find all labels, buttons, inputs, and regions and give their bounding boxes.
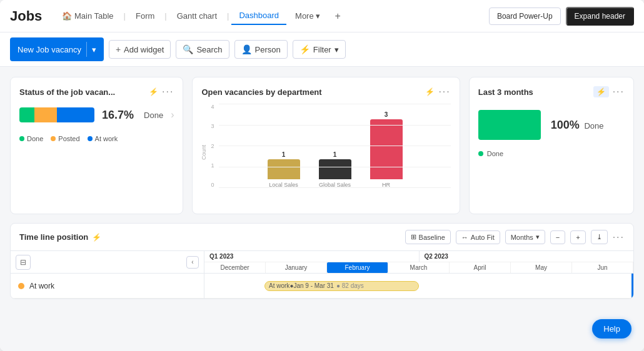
months-done-label: Done (584, 121, 603, 131)
q1-label: Q1 2023 (204, 251, 420, 262)
last3months-widget: Last 3 months ⚡ ··· 100% Done Done (469, 77, 634, 214)
month-february[interactable]: February (327, 262, 388, 273)
timeline-more-icon[interactable]: ··· (613, 232, 625, 243)
month-march[interactable]: March (388, 262, 450, 273)
baseline-icon: ⊞ (411, 233, 416, 241)
zoom-out-button[interactable]: − (550, 230, 565, 244)
expand-header-button[interactable]: Expand header (566, 7, 634, 26)
status-percent: 16.7% (102, 109, 134, 122)
timeline-widget: Time line position ⚡ ⊞ Baseline ↔ Auto F… (10, 223, 634, 299)
bar-chart: 4 3 2 1 0 (201, 104, 450, 204)
y-axis-label: Count (201, 144, 207, 159)
auto-fit-button[interactable]: ↔ Auto Fit (456, 230, 500, 244)
timeline-grid: ⊟ ‹ At work Q1 2023 Q2 2023 (11, 251, 633, 299)
months-row: December January February March April Ma… (204, 262, 633, 273)
help-button[interactable]: Help (592, 319, 631, 339)
status-bar-area: 16.7% Done › (19, 107, 174, 122)
posted-dot (51, 136, 56, 141)
timeline-title: Time line position ⚡ (19, 232, 101, 242)
add-widget-button[interactable]: + Add widget (109, 40, 171, 59)
last3months-title: Last 3 months (478, 87, 533, 97)
timeline-months-header: Q1 2023 Q2 2023 December January Februar… (204, 251, 633, 274)
timeline-data-row: At work ● Jan 9 - Mar 31 ● 82 days (204, 274, 633, 299)
y-tick-0: 0 (211, 182, 214, 188)
legend-posted: Posted (51, 135, 79, 142)
month-december[interactable]: December (204, 262, 266, 273)
status-filter-icon[interactable]: ⚡ (149, 87, 158, 96)
month-may[interactable]: May (511, 262, 572, 273)
filter-icon: ⚡ (299, 44, 310, 54)
nav-gantt[interactable]: Gantt chart (169, 7, 224, 24)
q2-label: Q2 2023 (420, 251, 634, 262)
chevron-right-icon[interactable]: › (171, 109, 174, 121)
last3months-header: Last 3 months ⚡ ··· (478, 86, 625, 97)
months-content: 100% Done (478, 110, 625, 140)
timeline-header: Time line position ⚡ ⊞ Baseline ↔ Auto F… (11, 224, 633, 251)
search-icon: 🔍 (183, 44, 193, 54)
person-button[interactable]: 👤 Person (234, 40, 288, 59)
month-april[interactable]: April (450, 262, 511, 273)
months-percent: 100% (551, 119, 580, 131)
nav-more[interactable]: More ▾ (288, 7, 328, 24)
status-more-icon[interactable]: ··· (162, 86, 174, 97)
dashboard: Status of the job vacan... ⚡ ··· 16.7% D… (0, 67, 644, 351)
atwork-status-dot (18, 283, 24, 289)
legend-done: Done (19, 135, 43, 142)
status-bar (19, 107, 94, 122)
timeline-left-header: ⊟ ‹ (11, 251, 204, 274)
y-tick-1: 1 (211, 162, 214, 169)
collapse-button[interactable]: ⊟ (16, 255, 31, 270)
vacancies-filter-icon[interactable]: ⚡ (425, 87, 435, 96)
timeline-controls: ⊞ Baseline ↔ Auto Fit Months ▾ − + ⤓ ··· (405, 230, 625, 244)
status-atwork-segment (57, 107, 94, 122)
toolbar: New Job vacancy ▾ + Add widget 🔍 Search … (0, 32, 644, 67)
zoom-in-button[interactable]: + (570, 230, 585, 244)
gantt-bar-atwork: At work ● Jan 9 - Mar 31 ● 82 days (264, 281, 419, 291)
app-header: Jobs 🏠 Main Table | Form | Gantt chart |… (0, 0, 644, 32)
bar-global-sales: 1 Global Sales (319, 151, 351, 188)
vacancies-more-icon[interactable]: ··· (438, 86, 450, 97)
timeline-row-atwork: At work (11, 274, 204, 299)
export-button[interactable]: ⤓ (591, 230, 608, 244)
vacancies-widget: Open vacancies by department ⚡ ··· 4 3 2… (192, 77, 460, 214)
nav-add-icon[interactable]: + (329, 7, 346, 25)
new-vacancy-button[interactable]: New Job vacancy ▾ (10, 37, 104, 61)
status-widget: Status of the job vacan... ⚡ ··· 16.7% D… (10, 77, 183, 214)
atwork-row-label: At work (29, 282, 54, 290)
legend-atwork: At work (88, 135, 118, 142)
month-june[interactable]: Jun (572, 262, 633, 273)
months-green-bar (478, 110, 541, 140)
widgets-row: Status of the job vacan... ⚡ ··· 16.7% D… (10, 77, 634, 214)
y-tick-4: 4 (211, 104, 214, 110)
month-january[interactable]: January (266, 262, 327, 273)
nav-main-table[interactable]: 🏠 Main Table (54, 7, 121, 24)
expand-col-button[interactable]: ‹ (186, 256, 199, 269)
timeline-left-panel: ⊟ ‹ At work (11, 251, 204, 299)
last3months-filter-icon[interactable]: ⚡ (593, 86, 609, 97)
baseline-button[interactable]: ⊞ Baseline (405, 230, 451, 244)
done-dot (19, 136, 24, 141)
bar-hr: 3 HR (370, 111, 403, 188)
search-button[interactable]: 🔍 Search (176, 40, 229, 59)
nav-form[interactable]: Form (128, 7, 162, 24)
last3months-more-icon[interactable]: ··· (613, 86, 625, 97)
autofit-icon: ↔ (461, 234, 468, 241)
y-tick-3: 3 (211, 123, 214, 129)
status-done-segment (19, 107, 34, 122)
vacancies-widget-title: Open vacancies by department (201, 87, 321, 97)
today-line (631, 274, 633, 298)
board-powerup-button[interactable]: Board Power-Up (489, 7, 561, 25)
months-button[interactable]: Months ▾ (505, 230, 545, 244)
plus-icon: + (116, 44, 121, 54)
filter-button[interactable]: ⚡ Filter ▾ (293, 40, 346, 59)
person-icon: 👤 (241, 44, 252, 54)
gantt-days: ● 82 days (336, 282, 364, 289)
nav-dashboard[interactable]: Dashboard (231, 7, 286, 25)
atwork-dot (88, 136, 93, 141)
timeline-filter-icon[interactable]: ⚡ (92, 233, 101, 242)
months-legend: Done (478, 150, 625, 157)
status-widget-header: Status of the job vacan... ⚡ ··· (19, 86, 174, 97)
timeline-right-panel: Q1 2023 Q2 2023 December January Februar… (204, 251, 633, 299)
y-tick-2: 2 (211, 143, 214, 149)
quarters-row: Q1 2023 Q2 2023 (204, 251, 633, 262)
